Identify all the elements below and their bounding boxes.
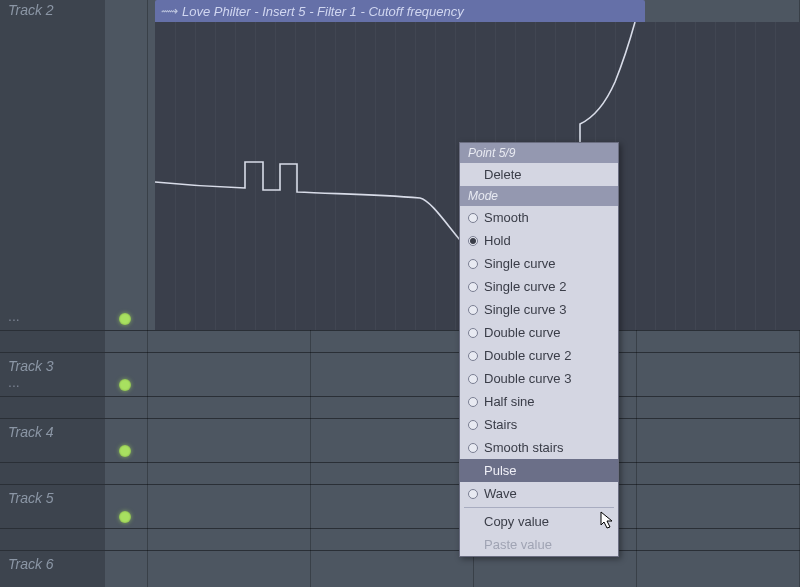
radio-icon: [468, 420, 478, 430]
menu-item-mode-double-curve-2[interactable]: Double curve 2: [460, 344, 618, 367]
menu-item-mode-wave[interactable]: Wave: [460, 482, 618, 505]
menu-item-label: Stairs: [484, 417, 517, 432]
menu-item-label: Double curve 2: [484, 348, 571, 363]
menu-item-label: Pulse: [484, 463, 517, 478]
menu-item-mode-double-curve-3[interactable]: Double curve 3: [460, 367, 618, 390]
radio-icon: [468, 282, 478, 292]
indicator-column: [105, 0, 145, 587]
menu-item-mode-hold[interactable]: Hold: [460, 229, 618, 252]
track-indicator[interactable]: [119, 511, 131, 523]
menu-item-label: Double curve 3: [484, 371, 571, 386]
menu-item-label: Hold: [484, 233, 511, 248]
radio-icon: [468, 328, 478, 338]
menu-header-point: Point 5/9: [460, 143, 618, 163]
grid-line: [147, 0, 148, 587]
track-indicator[interactable]: [119, 313, 131, 325]
radio-icon: [468, 213, 478, 223]
menu-item-mode-half-sine[interactable]: Half sine: [460, 390, 618, 413]
radio-icon: [468, 443, 478, 453]
menu-item-mode-pulse[interactable]: Pulse: [460, 459, 618, 482]
menu-item-delete[interactable]: Delete: [460, 163, 618, 186]
menu-separator: [464, 507, 614, 508]
track-label[interactable]: Track 2: [8, 2, 54, 18]
track-label[interactable]: Track 5: [8, 490, 54, 506]
menu-item-label: Half sine: [484, 394, 535, 409]
menu-item-mode-smooth[interactable]: Smooth: [460, 206, 618, 229]
track-ellipsis[interactable]: ...: [8, 308, 20, 324]
track-ellipsis[interactable]: ...: [8, 374, 20, 390]
radio-icon: [468, 305, 478, 315]
menu-item-mode-smooth-stairs[interactable]: Smooth stairs: [460, 436, 618, 459]
radio-icon: [468, 397, 478, 407]
track-indicator[interactable]: [119, 445, 131, 457]
menu-item-mode-single-curve[interactable]: Single curve: [460, 252, 618, 275]
menu-item-label: Single curve: [484, 256, 556, 271]
menu-item-label: Smooth stairs: [484, 440, 563, 455]
radio-icon: [468, 374, 478, 384]
menu-item-label: Smooth: [484, 210, 529, 225]
track-indicator[interactable]: [119, 379, 131, 391]
radio-icon: [468, 351, 478, 361]
menu-item-label: Wave: [484, 486, 517, 501]
menu-item-label: Single curve 3: [484, 302, 566, 317]
menu-item-mode-stairs[interactable]: Stairs: [460, 413, 618, 436]
clip-title: Love Philter - Insert 5 - Filter 1 - Cut…: [182, 4, 464, 19]
context-menu: Point 5/9 Delete Mode Smooth Hold Single…: [459, 142, 619, 557]
radio-icon: [468, 489, 478, 499]
menu-item-mode-single-curve-2[interactable]: Single curve 2: [460, 275, 618, 298]
menu-header-mode: Mode: [460, 186, 618, 206]
automation-icon: ⟿: [161, 4, 178, 18]
radio-icon: [468, 236, 478, 246]
menu-item-copy-value[interactable]: Copy value: [460, 510, 618, 533]
track-label[interactable]: Track 4: [8, 424, 54, 440]
clip-header[interactable]: ⟿ Love Philter - Insert 5 - Filter 1 - C…: [155, 0, 645, 22]
track-label[interactable]: Track 3: [8, 358, 54, 374]
menu-item-mode-single-curve-3[interactable]: Single curve 3: [460, 298, 618, 321]
track-label[interactable]: Track 6: [8, 556, 54, 572]
track-label-column: Track 2 ... Track 3 ... Track 4 Track 5 …: [0, 0, 105, 587]
menu-item-label: Double curve: [484, 325, 561, 340]
menu-item-label: Single curve 2: [484, 279, 566, 294]
menu-item-paste-value: Paste value: [460, 533, 618, 556]
radio-icon: [468, 259, 478, 269]
menu-item-mode-double-curve[interactable]: Double curve: [460, 321, 618, 344]
